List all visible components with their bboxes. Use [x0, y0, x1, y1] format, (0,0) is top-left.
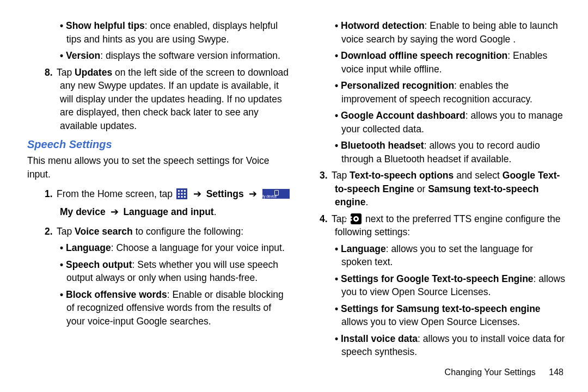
- heading-speech-settings: Speech Settings: [27, 137, 291, 152]
- page-footer: Changing Your Settings 148: [445, 366, 564, 378]
- bullet-personalized: Personalized recognition: enables the im…: [302, 79, 566, 106]
- bullet-install-voice: Install voice data: allows you to instal…: [302, 332, 566, 359]
- svg-rect-7: [181, 196, 182, 198]
- bullet-google-tts-settings: Settings for Google Text-to-speech Engin…: [302, 272, 566, 299]
- step-4: 4.Tap next to the preferred TTS engine c…: [302, 212, 566, 239]
- bullet-samsung-tts-settings: Settings for Samsung text-to-speech engi…: [302, 302, 566, 329]
- arrow-icon: ➔: [111, 206, 119, 217]
- bullet-hotword: Hotword detection: Enable to being able …: [302, 19, 566, 46]
- svg-rect-1: [181, 190, 182, 192]
- page-number: 148: [549, 367, 564, 377]
- step-8: 8.Tap Updates on the left side of the sc…: [27, 66, 291, 133]
- arrow-icon: ➔: [193, 188, 201, 199]
- step-2: 2.Tap Voice search to configure the foll…: [27, 225, 291, 238]
- gear-icon: [351, 213, 362, 224]
- bullet-block-offensive: Block offensive words: Enable or disable…: [27, 288, 291, 328]
- bullet-google-dashboard: Google Account dashboard: allows you to …: [302, 109, 566, 136]
- svg-rect-0: [178, 190, 180, 192]
- footer-section: Changing Your Settings: [445, 367, 536, 377]
- svg-rect-4: [181, 193, 182, 195]
- apps-grid-icon: [176, 188, 187, 199]
- bullet-speech-output: Speech output: Sets whether you will use…: [27, 258, 291, 285]
- right-column: Hotword detection: Enable to being able …: [302, 19, 566, 362]
- bullet-tts-language: Language: allows you to set the language…: [302, 242, 566, 269]
- step-1: 1.From the Home screen, tap ➔ Settings ➔…: [27, 185, 291, 222]
- bullet-language: Language: Choose a language for your voi…: [27, 241, 291, 255]
- left-column: Show helpful tips: once enabled, display…: [27, 19, 291, 362]
- intro-text: This menu allows you to set the speech s…: [27, 154, 291, 181]
- bullet-bluetooth-headset: Bluetooth headset: allows you to record …: [302, 139, 566, 166]
- svg-rect-5: [184, 193, 186, 195]
- svg-rect-6: [178, 196, 180, 198]
- bullet-offline-speech: Download offline speech recognition: Ena…: [302, 49, 566, 76]
- svg-rect-8: [184, 196, 186, 198]
- bullet-show-tips: Show helpful tips: once enabled, display…: [27, 19, 291, 46]
- my-device-tab-icon: My device: [262, 189, 290, 199]
- svg-rect-3: [178, 193, 180, 195]
- step-3: 3.Tap Text-to-speech options and select …: [302, 169, 566, 209]
- svg-rect-2: [184, 190, 186, 192]
- page-body: Show helpful tips: once enabled, display…: [0, 0, 588, 378]
- bullet-version: Version: displays the software version i…: [27, 49, 291, 63]
- arrow-icon: ➔: [249, 188, 257, 199]
